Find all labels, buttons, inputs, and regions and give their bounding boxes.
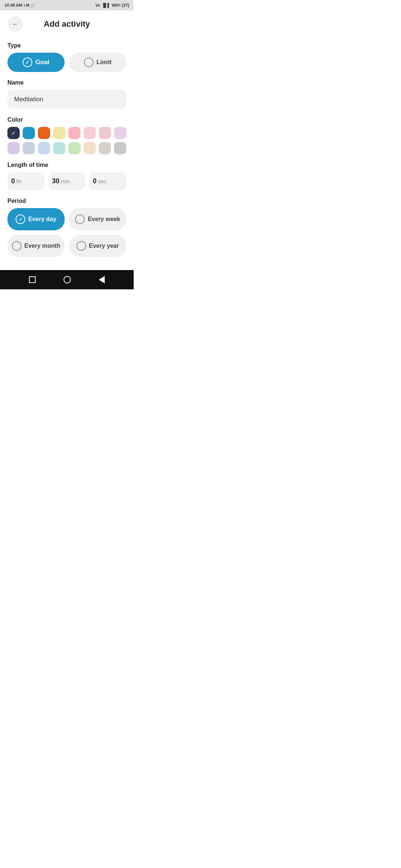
type-selector: ✓ Goal Limit [7, 53, 126, 72]
color-swatch-4[interactable] [53, 127, 65, 139]
color-swatch-1[interactable]: ✓ [7, 127, 20, 139]
color-swatch-8[interactable] [114, 127, 126, 139]
nav-bar [0, 270, 134, 289]
color-label: Color [7, 116, 126, 123]
back-button[interactable]: ← [7, 16, 23, 32]
color-swatch-10[interactable] [23, 142, 35, 154]
page-header: ← Add activity [7, 16, 126, 32]
hours-unit: hr [16, 178, 21, 184]
color-swatch-2[interactable] [23, 127, 35, 139]
seconds-field[interactable]: 0 sec [89, 172, 126, 190]
nav-triangle-icon [99, 276, 105, 283]
volte-icon: Vo [95, 3, 100, 7]
nav-square-icon [29, 276, 36, 283]
period-section: Period ✓ Every day Every week Every mont… [7, 198, 126, 257]
name-label: Name [7, 79, 126, 86]
color-swatch-13[interactable] [68, 142, 81, 154]
wifi-icon: WiFi [112, 3, 120, 7]
color-swatch-5[interactable] [68, 127, 81, 139]
status-left: 10:08 AM \ M 🛒 [4, 3, 36, 8]
color-swatch-9[interactable] [7, 142, 20, 154]
color-swatch-12[interactable] [53, 142, 65, 154]
seconds-unit: sec [98, 178, 107, 184]
color-swatch-3[interactable] [38, 127, 50, 139]
nav-square-button[interactable] [29, 276, 36, 283]
every-week-label: Every week [88, 216, 120, 223]
color-swatch-15[interactable] [99, 142, 111, 154]
every-week-circle-icon [75, 214, 85, 224]
type-section: Type ✓ Goal Limit [7, 42, 126, 72]
status-time: 10:08 AM [4, 3, 22, 7]
minutes-unit: min [61, 178, 70, 184]
signal-icon: \ M 🛒 [24, 3, 36, 8]
goal-label: Goal [35, 59, 49, 66]
goal-check-icon: ✓ [23, 57, 32, 67]
color-swatch-6[interactable] [84, 127, 96, 139]
limit-circle-icon [84, 57, 94, 67]
every-month-button[interactable]: Every month [7, 235, 65, 257]
name-section: Name [7, 79, 126, 109]
color-swatch-11[interactable] [38, 142, 50, 154]
minutes-value: 30 [52, 177, 59, 185]
main-content: ← Add activity Type ✓ Goal Limit Name Co… [0, 10, 134, 270]
signal-bars-icon: ▐▌▌ [102, 3, 110, 7]
nav-circle-icon [63, 276, 71, 283]
every-month-label: Every month [25, 243, 61, 249]
time-section: Length of time 0 hr 30 min 0 sec [7, 162, 126, 190]
minutes-field[interactable]: 30 min [48, 172, 85, 190]
nav-home-button[interactable] [63, 276, 71, 283]
limit-button[interactable]: Limit [69, 53, 126, 72]
time-label: Length of time [7, 162, 126, 168]
color-swatch-7[interactable] [99, 127, 111, 139]
status-bar: 10:08 AM \ M 🛒 Vo ▐▌▌ WiFi [37] [0, 0, 134, 10]
every-year-label: Every year [89, 243, 119, 249]
limit-label: Limit [97, 59, 112, 66]
every-week-button[interactable]: Every week [69, 208, 126, 230]
color-grid: ✓ [7, 127, 126, 154]
every-year-button[interactable]: Every year [69, 235, 126, 257]
time-row: 0 hr 30 min 0 sec [7, 172, 126, 190]
period-grid: ✓ Every day Every week Every month Every… [7, 208, 126, 257]
battery-icon: [37] [122, 3, 129, 7]
name-input[interactable] [7, 90, 126, 109]
type-label: Type [7, 42, 126, 49]
goal-button[interactable]: ✓ Goal [7, 53, 65, 72]
hours-field[interactable]: 0 hr [7, 172, 45, 190]
every-month-circle-icon [12, 241, 22, 251]
color-section: Color ✓ [7, 116, 126, 154]
hours-value: 0 [11, 177, 15, 185]
every-day-check-icon: ✓ [16, 214, 25, 224]
nav-back-button[interactable] [99, 276, 105, 283]
status-right: Vo ▐▌▌ WiFi [37] [95, 3, 129, 7]
every-year-circle-icon [76, 241, 86, 251]
period-label: Period [7, 198, 126, 204]
back-arrow-icon: ← [12, 20, 19, 28]
seconds-value: 0 [93, 177, 97, 185]
color-swatch-16[interactable] [114, 142, 126, 154]
color-swatch-14[interactable] [84, 142, 96, 154]
every-day-label: Every day [28, 216, 56, 223]
page-title: Add activity [44, 19, 90, 29]
every-day-button[interactable]: ✓ Every day [7, 208, 65, 230]
